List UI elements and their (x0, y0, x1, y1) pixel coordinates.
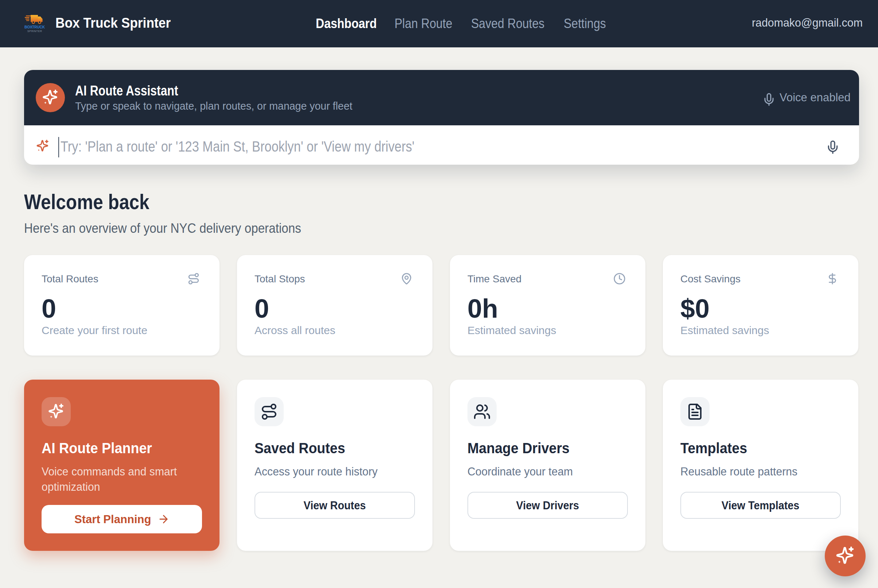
svg-text:TRUCK: TRUCK (32, 25, 45, 29)
svg-text:BOX: BOX (24, 25, 32, 29)
svg-text:SPRINTER: SPRINTER (27, 30, 42, 33)
